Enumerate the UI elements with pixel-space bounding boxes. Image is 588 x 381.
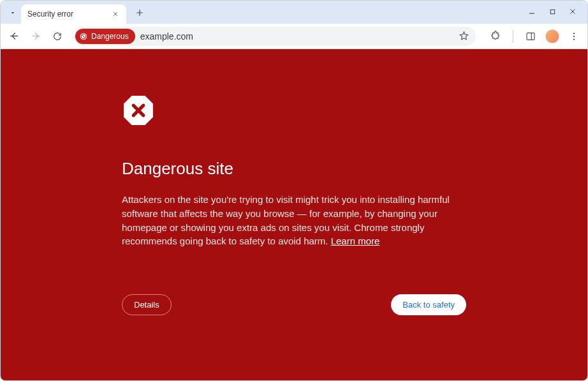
omnibox-url[interactable]: example.com (140, 31, 453, 41)
browser-tab[interactable]: Security error (21, 4, 126, 24)
arrow-left-icon (9, 31, 20, 41)
maximize-icon (549, 8, 556, 15)
reload-icon (52, 31, 62, 41)
svg-rect-3 (527, 33, 534, 40)
site-security-chip[interactable]: Dangerous (75, 29, 135, 44)
nav-forward-button[interactable] (26, 27, 45, 46)
interstitial-panel: Dangerous site Attackers on the site you… (115, 94, 473, 315)
chevron-down-icon (9, 9, 17, 17)
divider (513, 30, 513, 43)
close-icon (569, 8, 577, 15)
minimize-icon (528, 8, 536, 15)
window-close-button[interactable] (567, 6, 578, 17)
puzzle-icon (490, 31, 501, 41)
interstitial-body: Attackers on the site you're trying to v… (122, 193, 466, 248)
new-tab-button[interactable] (131, 4, 148, 21)
learn-more-link[interactable]: Learn more (331, 235, 380, 246)
star-outline-icon (459, 31, 469, 41)
details-button[interactable]: Details (122, 294, 172, 315)
tab-close-button[interactable] (110, 8, 121, 20)
danger-stop-icon (122, 94, 155, 127)
window-controls (526, 6, 584, 24)
interstitial-actions: Details Back to safety (122, 294, 466, 315)
svg-point-5 (573, 35, 575, 36)
interstitial-heading: Dangerous site (122, 159, 466, 179)
interstitial-body-text: Attackers on the site you're trying to v… (122, 194, 450, 246)
profile-avatar[interactable] (545, 29, 559, 43)
omnibox[interactable]: Dangerous example.com (73, 27, 476, 46)
side-panel-button[interactable] (521, 27, 540, 46)
svg-rect-0 (550, 10, 554, 13)
plus-icon (135, 8, 144, 17)
window-minimize-button[interactable] (526, 6, 538, 17)
close-icon (112, 11, 119, 17)
danger-badge-icon (79, 32, 88, 41)
svg-point-6 (573, 38, 575, 40)
side-panel-icon (526, 31, 536, 41)
arrow-right-icon (31, 31, 41, 41)
nav-back-button[interactable] (4, 27, 24, 46)
back-to-safety-button[interactable]: Back to safety (391, 294, 466, 315)
site-security-chip-label: Dangerous (91, 32, 129, 41)
nav-reload-button[interactable] (48, 27, 67, 46)
tab-title: Security error (27, 10, 73, 19)
extensions-button[interactable] (486, 27, 505, 46)
chrome-menu-button[interactable] (564, 27, 584, 46)
bookmark-button[interactable] (459, 31, 469, 41)
tabs-search-dropdown[interactable] (6, 6, 20, 20)
toolbar-right (486, 27, 584, 46)
more-vert-icon (569, 31, 579, 41)
toolbar: Dangerous example.com (1, 24, 587, 49)
security-interstitial: Dangerous site Attackers on the site you… (1, 49, 587, 380)
window-maximize-button[interactable] (547, 6, 558, 17)
titlebar: Security error (1, 1, 587, 24)
svg-point-4 (573, 33, 575, 34)
